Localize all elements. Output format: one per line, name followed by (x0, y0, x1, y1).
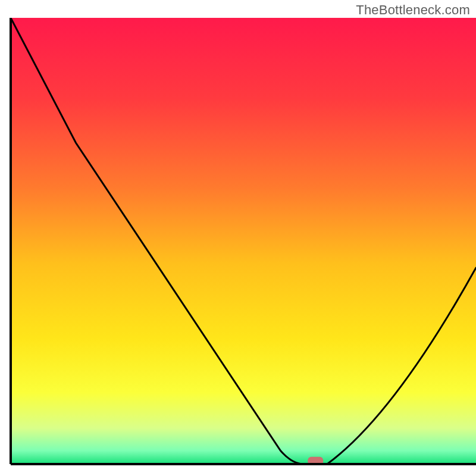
bottleneck-chart (0, 0, 476, 476)
plot-area (11, 18, 476, 465)
gradient-background (11, 18, 476, 464)
watermark-text: TheBottleneck.com (356, 2, 470, 18)
chart-container: TheBottleneck.com (0, 0, 476, 476)
